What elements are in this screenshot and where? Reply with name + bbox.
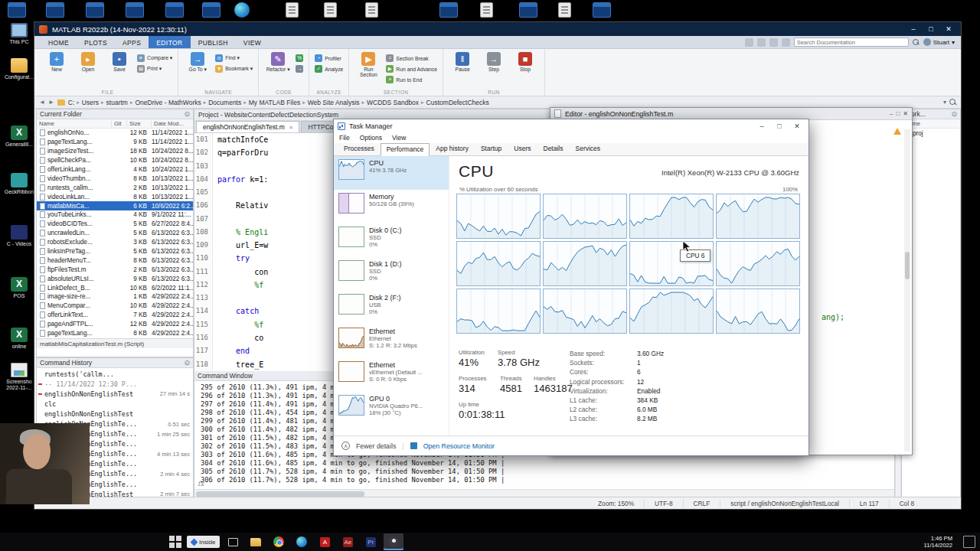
tab-editor[interactable]: EDITOR (149, 36, 190, 48)
desktop-icon-screensho-2022-11[interactable]: Screensho 2022-11-... (2, 363, 37, 391)
file-row-youtubelinks[interactable]: youTubeLinks...4 KB9/1/2022 11:... (37, 210, 193, 220)
desktop-icon-pos[interactable]: POS (2, 277, 37, 299)
taskbar-app-file-explorer[interactable] (246, 533, 266, 550)
code-analyzer-warning-icon[interactable] (893, 128, 901, 135)
ribbon-button-pause[interactable]: ‖Pause (449, 51, 476, 72)
folder-icon[interactable] (57, 99, 65, 106)
desktop-icon-geckribbon[interactable]: GeckRibbon (2, 173, 37, 195)
taskbar-app-creative[interactable]: Ae (338, 533, 358, 550)
scrollbar-thumb[interactable] (196, 491, 364, 497)
panel-menu-icon[interactable]: ⊙ (184, 358, 190, 367)
minimize-button[interactable]: – (906, 24, 921, 34)
window-thumbnail-window[interactable] (519, 2, 537, 18)
matlab-title-bar[interactable]: MATLAB R2022b (14-Nov-2022 12:30:11) – □… (34, 22, 961, 36)
maximize-button[interactable]: □ (896, 110, 900, 117)
perf-sidebar-item-disk-0-c-2[interactable]: Disk 0 (C:)SSD0% (334, 223, 449, 257)
history-entry[interactable]: englishOnNonEnglishTest (37, 409, 193, 419)
perf-sidebar-item-disk-2-f-4[interactable]: Disk 2 (F:)USB0% (334, 291, 449, 324)
file-row-menucompar[interactable]: MenuCompar...10 KB4/29/2022 2:4... (37, 302, 193, 311)
maximize-button[interactable]: □ (923, 24, 939, 34)
taskbar-app-chrome[interactable] (269, 533, 289, 550)
quick-access-icon-1[interactable] (745, 38, 753, 47)
ribbon-button-analyze[interactable]: ✓Analyze (315, 65, 343, 73)
forward-icon[interactable]: ► (48, 99, 54, 106)
ribbon-button-open[interactable]: ▸Open (74, 51, 102, 72)
folder-search-icon[interactable] (949, 99, 956, 106)
menu-view[interactable]: View (392, 134, 406, 142)
desktop-icon-this-pc[interactable]: This PC (2, 23, 37, 45)
desktop-icon-configurat[interactable]: Configurat... (2, 58, 37, 80)
window-thumbnail-window[interactable] (202, 2, 220, 18)
perf-sidebar-item-gpu-0-7[interactable]: GPU 0NVIDIA Quadro P6...18% (30 °C) (334, 392, 449, 425)
current-folder-header[interactable]: Current Folder ⊙ (37, 109, 193, 119)
taskbar-app-edge[interactable] (292, 533, 312, 550)
ribbon-button-find[interactable]: ⊙Find ▾ (215, 54, 253, 62)
file-row-linksinpretag[interactable]: linksInPreTag...5 KB6/13/2022 6:3... (37, 247, 193, 256)
breadcrumb-segment[interactable]: Documents (208, 99, 241, 106)
history-entry[interactable]: englishOnNonEnglishTest27 min 14 s (37, 389, 193, 399)
window-thumbnail-doc[interactable] (324, 2, 337, 18)
ribbon-button-go-to[interactable]: →Go To ▾ (184, 51, 211, 73)
file-row-robotsexclude[interactable]: robotsExclude...3 KB6/13/2022 6:3... (37, 238, 193, 247)
column-size[interactable]: Size (127, 120, 152, 127)
perf-sidebar-item-cpu-0[interactable]: CPU41% 3.78 GHz (334, 156, 449, 190)
tab-home[interactable]: HOME (41, 36, 77, 48)
chevron-up-icon[interactable]: ∧ (341, 442, 350, 450)
ribbon-button-new[interactable]: +New (43, 51, 70, 72)
minimize-button[interactable]: – (754, 121, 769, 132)
tab-users[interactable]: Users (508, 142, 537, 155)
tab-startup[interactable]: Startup (475, 142, 508, 155)
breadcrumb-segment[interactable]: C: (68, 99, 75, 106)
ribbon-button-print[interactable]: ▤Print ▾ (137, 65, 172, 73)
taskbar-app-obs[interactable] (384, 533, 403, 550)
search-documentation-input[interactable] (794, 37, 909, 47)
taskbar-app-premiere[interactable]: Pr (361, 533, 381, 550)
task-manager-title-bar[interactable]: Task Manager – □ ✕ (334, 119, 808, 132)
file-row-absoluteurlsi[interactable]: absoluteURLsI...9 KB6/13/2022 6:3... (37, 274, 193, 283)
history-entry[interactable]: clc (37, 399, 193, 409)
file-row-pagetextlang[interactable]: pageTextLang...8 KB4/29/2022 2:4... (37, 329, 193, 338)
window-thumbnail-doc[interactable] (365, 2, 378, 18)
tab-app-history[interactable]: App history (430, 142, 475, 155)
command-history-header[interactable]: Command History ⊙ (37, 358, 193, 368)
taskbar-clock[interactable]: 1:46 PM 11/14/2022 (924, 535, 952, 549)
ribbon-button-refactor[interactable]: ✎Refactor ▾ (264, 51, 292, 73)
breadcrumb-segment[interactable]: Web Site Analysis (308, 99, 360, 106)
file-row-spellcheckpa[interactable]: spellCheckPa...10 KB10/24/2022 8... (37, 156, 193, 165)
fewer-details-button[interactable]: Fewer details (356, 442, 396, 450)
column-date[interactable]: Date Mod... (152, 120, 193, 127)
tab-services[interactable]: Services (569, 142, 606, 155)
file-row-videolinklan[interactable]: videoLinkLan...8 KB10/13/2022 1... (37, 192, 193, 201)
close-button[interactable]: ✕ (941, 24, 956, 34)
window-thumbnail-doc[interactable] (286, 2, 299, 18)
window-thumbnail-window[interactable] (165, 2, 184, 18)
vertical-scrollbar[interactable] (904, 129, 910, 452)
back-icon[interactable]: ◄ (39, 99, 45, 106)
start-button[interactable] (167, 535, 184, 549)
breadcrumb-segment[interactable]: WCDDS Sandbox (367, 99, 419, 106)
column-name[interactable]: Name (37, 120, 112, 127)
window-thumbnail-window[interactable] (439, 2, 458, 18)
ribbon-button-run-to-end[interactable]: »Run to End (386, 76, 437, 83)
breadcrumb-segment[interactable]: CustomDefectChecks (426, 99, 489, 106)
ribbon-button-step[interactable]: →Step (480, 51, 508, 72)
close-button[interactable]: ✕ (789, 121, 805, 132)
breadcrumb-segment[interactable]: My MATLAB Files (249, 99, 300, 106)
ribbon-button-indent[interactable]: → (296, 65, 303, 73)
perf-sidebar-item-disk-1-d-3[interactable]: Disk 1 (D:)SSD0% (334, 257, 449, 291)
ribbon-button-stop[interactable]: ■Stop (511, 51, 539, 72)
file-row-offerlinktext[interactable]: offerLinkText...7 KB4/29/2022 2:4... (37, 311, 193, 320)
file-row-headermenut[interactable]: headerMenuT...8 KB6/13/2022 6:3... (37, 256, 193, 265)
file-row-imagesizetest[interactable]: imageSizeTest...18 KB10/24/2022 8... (37, 147, 193, 156)
file-row-linkdefect-b[interactable]: LinkDefect_B...10 KB6/2/2022 11:1... (37, 283, 193, 292)
tab-apps[interactable]: APPS (115, 36, 149, 48)
window-thumbnail-window[interactable] (46, 2, 64, 18)
file-row-uncrawledlin[interactable]: uncrawledLin...5 KB6/13/2022 6:3... (37, 229, 193, 238)
crumb-dropdown-icon[interactable]: ▾ (943, 99, 946, 106)
ribbon-button-save[interactable]: ▪Save (106, 51, 133, 72)
quick-access-icon-2[interactable] (757, 38, 766, 47)
panel-menu-icon[interactable]: ⊙ (184, 109, 190, 119)
panel-menu-icon[interactable]: ⊙ (951, 109, 957, 119)
document-tab-englishonnonenglishtest-m[interactable]: englishOnNonEnglishTest.m× (196, 121, 299, 132)
history-entry[interactable]: runtests('callm... (37, 369, 193, 379)
